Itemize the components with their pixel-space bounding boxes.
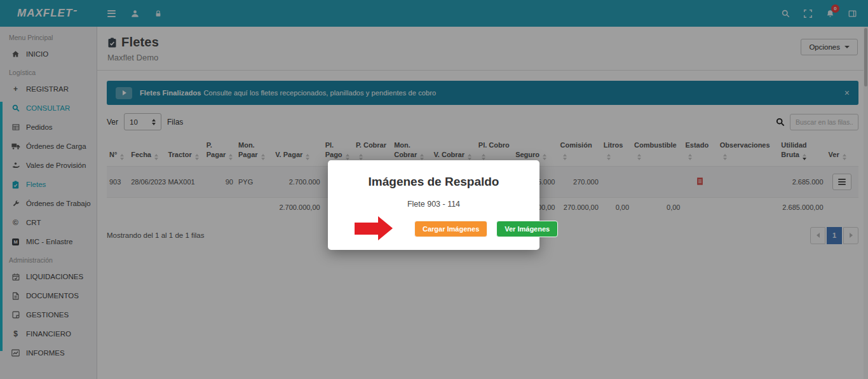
modal-title: Imágenes de Respaldo xyxy=(328,175,539,189)
cargar-imagenes-button[interactable]: Cargar Imágenes xyxy=(414,221,487,237)
ver-imagenes-button[interactable]: Ver Imágenes xyxy=(496,221,558,237)
annotation-arrow-icon xyxy=(355,216,393,241)
modal-subtitle: Flete 903 - 114 xyxy=(328,200,539,209)
app-root: MAXFLET 0 Menu Principal INICIO xyxy=(0,0,868,379)
